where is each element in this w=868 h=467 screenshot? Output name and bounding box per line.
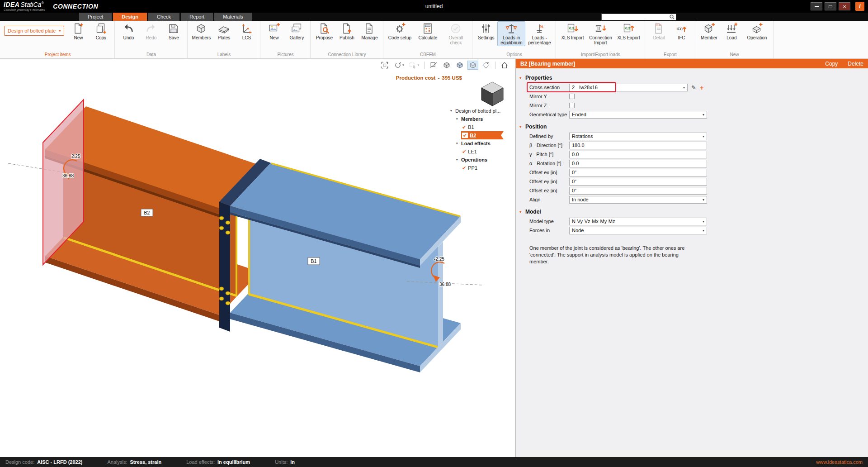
- tree-item-load-effects[interactable]: ▾Load effects: [455, 139, 513, 148]
- input-pitch[interactable]: 0.0: [569, 151, 707, 158]
- checkbox-mirror-y[interactable]: [569, 94, 575, 99]
- ribbon-button-new[interactable]: New: [263, 21, 285, 41]
- ribbon-button-code-setup[interactable]: Code setup: [386, 21, 414, 41]
- zoom-fit-icon[interactable]: [379, 61, 390, 70]
- input-offset-ey-in[interactable]: 0": [569, 178, 707, 186]
- ribbon-button-member[interactable]: Member: [698, 21, 720, 41]
- ribbon-button-connection-import[interactable]: Connection Import: [586, 21, 614, 46]
- ribbon-button-label: Loads - percentage: [527, 35, 552, 45]
- home-icon[interactable]: [499, 61, 510, 70]
- checkbox-mirror-z[interactable]: [569, 103, 575, 108]
- ribbon-button-overall-check[interactable]: Overall check: [442, 21, 470, 46]
- ribbon-button-xls-export[interactable]: XLSXLS Export: [614, 21, 642, 41]
- ribbon-button-lcs[interactable]: LCS: [235, 21, 258, 41]
- select-forces-in[interactable]: Node▾: [569, 227, 707, 234]
- project-type-dropdown[interactable]: Design of bolted plate▾: [4, 26, 64, 36]
- view-solid-icon[interactable]: [441, 61, 452, 70]
- tab-report[interactable]: Report: [181, 13, 213, 21]
- ribbon-button-redo[interactable]: Redo: [140, 21, 162, 41]
- ribbon-button-plates[interactable]: Plates: [212, 21, 235, 41]
- plates-icon: [218, 23, 230, 34]
- check-icon[interactable]: ✔: [462, 165, 466, 171]
- tree-item-b1[interactable]: ✔B1: [461, 123, 513, 131]
- input-direction[interactable]: 180.0: [569, 142, 707, 149]
- 3d-viewport[interactable]: 2.25 36.88: [0, 59, 515, 457]
- ribbon-button-gallery[interactable]: Gallery: [285, 21, 308, 41]
- close-button[interactable]: ×: [839, 2, 850, 10]
- marquee-select-icon[interactable]: ▾: [407, 61, 420, 70]
- tab-design[interactable]: Design: [113, 13, 147, 21]
- ribbon-button-ifc[interactable]: IFCIFC: [670, 21, 693, 41]
- input-offset-ex-in[interactable]: 0": [569, 169, 707, 176]
- ribbon-button-manage[interactable]: Manage: [358, 21, 381, 41]
- ribbon-button-save[interactable]: Save: [162, 21, 185, 41]
- select-cross-section[interactable]: 2 - Iw28x16▾: [569, 84, 688, 91]
- ribbon-button-propose[interactable]: Propose: [313, 21, 335, 41]
- chevron-down-icon: ▾: [683, 86, 685, 90]
- info-button[interactable]: i: [855, 2, 864, 11]
- ribbon-button-new[interactable]: New: [67, 21, 90, 41]
- member-tag-b2[interactable]: B2: [141, 209, 153, 216]
- check-icon[interactable]: ✔: [462, 133, 468, 138]
- ribbon-button-label: New: [269, 35, 278, 40]
- expander-icon[interactable]: ▾: [456, 142, 461, 145]
- tree-item-pp1[interactable]: ✔PP1: [461, 164, 513, 172]
- member-tag-b1[interactable]: B1: [308, 257, 320, 265]
- ribbon-button-publish[interactable]: Publish: [335, 21, 358, 41]
- ribbon-button-label: Gallery: [290, 35, 304, 40]
- expander-icon[interactable]: ▾: [450, 109, 455, 113]
- tree-item-le1[interactable]: ✔LE1: [461, 148, 513, 156]
- view-labels-icon[interactable]: [481, 61, 491, 70]
- ribbon-button-xls-import[interactable]: XLSXLS Import: [558, 21, 586, 41]
- property-label: Offset ez [in]: [529, 188, 569, 193]
- ribbon-button-operation[interactable]: Operation: [743, 21, 771, 41]
- ribbon-button-label: Plates: [218, 35, 231, 40]
- clipping-icon[interactable]: [428, 61, 439, 70]
- section-header-position[interactable]: ▾Position: [516, 122, 868, 132]
- check-icon[interactable]: ✔: [462, 149, 466, 154]
- ribbon-button-settings[interactable]: Settings: [475, 21, 497, 41]
- select-geometrical-type[interactable]: Ended▾: [569, 111, 707, 119]
- minimize-button[interactable]: [811, 2, 822, 10]
- doc-copy-icon: [95, 23, 107, 34]
- select-defined-by[interactable]: Rotations▾: [569, 133, 707, 140]
- select-model-type[interactable]: N-Vy-Vz-Mx-My-Mz▾: [569, 218, 707, 225]
- tree-item-operations[interactable]: ▾Operations: [455, 156, 513, 164]
- expander-icon[interactable]: ▾: [456, 158, 461, 162]
- navigation-cube[interactable]: [476, 78, 508, 109]
- tab-check[interactable]: Check: [148, 13, 179, 21]
- add-icon[interactable]: +: [700, 84, 704, 91]
- orbit-icon[interactable]: ▾: [392, 61, 406, 70]
- select-align[interactable]: In node▾: [569, 196, 707, 204]
- tree-item-b2[interactable]: ✔B2: [461, 131, 504, 139]
- website-link[interactable]: www.ideastatica.com: [816, 459, 863, 465]
- ribbon-button-load[interactable]: Load: [720, 21, 743, 41]
- tree-item-design-of-bolted-pl[interactable]: ▾Design of bolted pl...: [449, 107, 513, 115]
- ribbon-button-calculate[interactable]: Calculate: [414, 21, 442, 41]
- delete-button[interactable]: Delete: [848, 61, 863, 67]
- ribbon-button-copy[interactable]: Copy: [90, 21, 112, 41]
- ribbon-button-detail[interactable]: BETADetail: [647, 21, 670, 41]
- view-wireframe-icon[interactable]: [467, 61, 478, 70]
- edit-icon[interactable]: ✎: [691, 84, 696, 91]
- search-input[interactable]: [602, 14, 670, 19]
- expander-icon[interactable]: ▾: [456, 117, 461, 121]
- ribbon-button-loads-percentage[interactable]: %Loads - percentage: [525, 21, 553, 46]
- check-icon[interactable]: ✔: [462, 124, 466, 130]
- ribbon-button-loads-in-equilibrium[interactable]: Loads in equilibrium: [497, 21, 525, 46]
- maximize-button[interactable]: [825, 2, 836, 10]
- load-new-icon: [726, 23, 737, 34]
- view-shaded-icon[interactable]: [454, 61, 465, 70]
- tree-item-members[interactable]: ▾Members: [455, 115, 513, 123]
- tab-project[interactable]: Project: [79, 13, 112, 21]
- input-rotation[interactable]: 0.0: [569, 160, 707, 167]
- ribbon-button-undo[interactable]: Undo: [117, 21, 140, 41]
- input-offset-ez-in[interactable]: 0": [569, 187, 707, 195]
- tab-materials[interactable]: Materials: [214, 13, 252, 21]
- ribbon-button-members[interactable]: Members: [190, 21, 212, 41]
- search-box: [601, 14, 676, 20]
- section-header-properties[interactable]: ▾Properties: [516, 73, 868, 83]
- section-header-model[interactable]: ▾Model: [516, 207, 868, 217]
- member-b1-solid[interactable]: [230, 163, 461, 372]
- copy-button[interactable]: Copy: [825, 61, 838, 67]
